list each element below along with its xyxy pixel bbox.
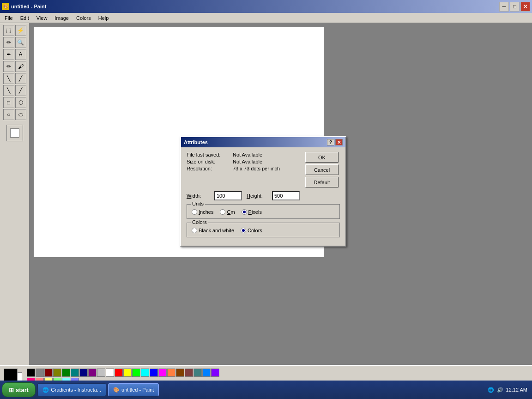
width-input[interactable]	[214, 191, 242, 200]
clock: 12:12 AM	[506, 387, 527, 393]
palette-red[interactable]	[115, 369, 123, 377]
maximize-button[interactable]: □	[510, 2, 520, 12]
tool-brush[interactable]: 🖌	[15, 61, 26, 72]
inches-label: Inches	[199, 209, 213, 215]
colors-color[interactable]: Colors	[241, 228, 262, 233]
toolbar: ⬚ ⚡ ✏ 🔍 ✒ A ✏ 🖌 ╲ ╱ ╲ ╱ □ ⬡ ○ ⬭	[0, 23, 30, 365]
dialog-info-area: File last saved: Not Available Size on d…	[187, 152, 340, 187]
menu-help[interactable]: Help	[95, 14, 113, 22]
tool-fill[interactable]: 🔍	[15, 37, 26, 48]
palette-darkred[interactable]	[44, 369, 53, 377]
speaker-icon: 🔊	[497, 387, 503, 393]
dialog-title-text: Attributes	[184, 139, 208, 145]
tool-select-rect[interactable]: ⬚	[3, 25, 14, 36]
palette-lime[interactable]	[132, 369, 140, 377]
palette-olive[interactable]	[53, 369, 61, 377]
tool-select-free[interactable]: ⚡	[15, 25, 26, 36]
palette-steel[interactable]	[193, 369, 202, 377]
palette-mauve[interactable]	[185, 369, 193, 377]
menu-edit[interactable]: Edit	[17, 14, 33, 22]
menu-image[interactable]: Image	[51, 14, 73, 22]
units-group: Units Inches Cm Pixels	[187, 204, 340, 219]
palette-purple[interactable]	[88, 369, 97, 377]
tool-eyedrop[interactable]: ✒	[3, 49, 14, 60]
tool-text[interactable]: ╱	[15, 73, 26, 84]
units-radio-row: Inches Cm Pixels	[192, 207, 335, 215]
attributes-dialog[interactable]: Attributes ? ✕ File last saved: Not Avai…	[180, 136, 346, 247]
units-pixels[interactable]: Pixels	[242, 209, 262, 215]
palette-magenta[interactable]	[158, 369, 167, 377]
menu-file[interactable]: File	[1, 14, 17, 22]
tool-line[interactable]: ╲	[3, 85, 14, 96]
cancel-button[interactable]: Cancel	[305, 164, 339, 175]
palette-teal[interactable]	[71, 369, 79, 377]
taskbar-gradients-label: Gradients - Instructa...	[51, 387, 101, 393]
radio-inches[interactable]	[192, 209, 197, 215]
radio-colors[interactable]	[241, 228, 246, 233]
tool-rounded-rect[interactable]: ⬭	[15, 109, 26, 120]
dialog-info: File last saved: Not Available Size on d…	[187, 152, 301, 187]
title-bar-left: 🎨 untitled - Paint	[2, 3, 46, 10]
colors-group-label: Colors	[191, 219, 208, 225]
taskbar-paint-label: untitled - Paint	[121, 387, 154, 393]
minimize-button[interactable]: ─	[499, 2, 509, 12]
file-saved-value: Not Available	[233, 152, 262, 157]
radio-bw[interactable]	[192, 228, 197, 233]
units-inches[interactable]: Inches	[192, 209, 213, 215]
pixels-label: Pixels	[248, 209, 262, 215]
units-group-label: Units	[191, 201, 205, 206]
tool-airbrush[interactable]: ╲	[3, 73, 14, 84]
units-cm[interactable]: Cm	[220, 209, 235, 215]
start-button[interactable]: ⊞ start	[2, 382, 36, 397]
tool-ellipse[interactable]: ○	[3, 109, 14, 120]
size-disk-label: Size on disk:	[187, 159, 233, 164]
palette-black[interactable]	[27, 369, 35, 377]
tool-curve[interactable]: ╱	[15, 85, 26, 96]
palette-blue[interactable]	[150, 369, 158, 377]
dialog-buttons: OK Cancel Default	[305, 152, 340, 187]
palette-darkgreen[interactable]	[62, 369, 70, 377]
window-title: untitled - Paint	[11, 4, 46, 9]
palette-white[interactable]	[106, 369, 114, 377]
palette-violet[interactable]	[211, 369, 219, 377]
default-button[interactable]: Default	[305, 177, 339, 187]
dimensions-row: Width: Height:	[187, 191, 340, 200]
palette-orange[interactable]	[167, 369, 175, 377]
tool-polygon[interactable]: ⬡	[15, 97, 26, 108]
colors-group: Colors Black and white Colors	[187, 223, 340, 237]
close-button[interactable]: ✕	[520, 2, 530, 12]
start-windows-icon: ⊞	[9, 387, 14, 393]
ok-button[interactable]: OK	[305, 152, 339, 163]
palette-navy[interactable]	[79, 369, 88, 377]
title-bar: 🎨 untitled - Paint ─ □ ✕	[0, 0, 532, 13]
start-label: start	[16, 387, 29, 393]
size-disk-value: Not Available	[233, 159, 262, 164]
palette-brown[interactable]	[176, 369, 184, 377]
taskbar-gradients[interactable]: 🌐 Gradients - Instructa...	[37, 383, 106, 396]
radio-cm[interactable]	[220, 209, 225, 215]
palette-yellow[interactable]	[123, 369, 132, 377]
tool-zoom[interactable]: A	[15, 49, 26, 60]
menu-view[interactable]: View	[33, 14, 51, 22]
palette-silver[interactable]	[97, 369, 105, 377]
radio-pixels[interactable]	[242, 209, 247, 215]
taskbar-paint[interactable]: 🎨 untitled - Paint	[108, 383, 159, 396]
network-icon: 🌐	[488, 387, 494, 393]
colors-bw[interactable]: Black and white	[192, 228, 234, 233]
tool-rect[interactable]: □	[3, 97, 14, 108]
paint-icon: 🎨	[113, 387, 120, 393]
foreground-color[interactable]	[4, 369, 18, 381]
menu-colors[interactable]: Colors	[73, 14, 95, 22]
file-saved-label: File last saved:	[187, 152, 233, 157]
palette-cyan[interactable]	[141, 369, 149, 377]
palette-skyblue[interactable]	[202, 369, 211, 377]
height-input[interactable]	[272, 191, 300, 200]
resolution-label: Resolution:	[187, 166, 233, 171]
palette-gray[interactable]	[36, 369, 44, 377]
bw-label: Black and white	[199, 228, 234, 233]
tool-eraser[interactable]: ✏	[3, 37, 14, 48]
colors-radio-row: Black and white Colors	[192, 226, 335, 233]
tool-pencil[interactable]: ✏	[3, 61, 14, 72]
dialog-help-button[interactable]: ?	[327, 139, 334, 145]
dialog-close-button[interactable]: ✕	[335, 139, 343, 145]
